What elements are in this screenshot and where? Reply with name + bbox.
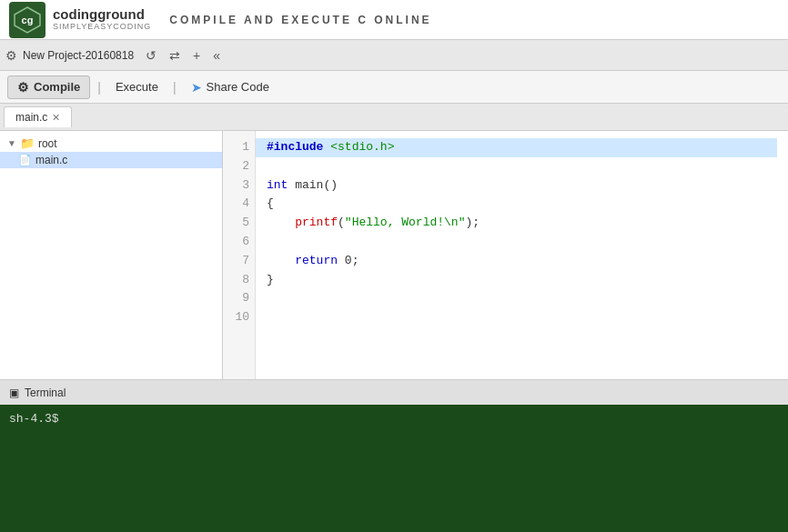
logo-area: cg codingground SIMPLYEASYCODING [9, 2, 151, 38]
folder-icon: 📁 [20, 136, 35, 150]
sync-button[interactable]: ⇄ [165, 45, 185, 65]
file-label: main.c [35, 154, 67, 166]
code-view[interactable]: 1 2 3 4 5 6 7 8 9 10 #include <stdio.h> … [223, 131, 788, 379]
app-layout: cg codingground SIMPLYEASYCODING COMPILE… [0, 0, 788, 532]
tree-root[interactable]: ▼ 📁 root [0, 135, 222, 152]
terminal-prompt: sh-4.3$ [9, 412, 59, 426]
terminal-header: ▣ Terminal [0, 379, 788, 405]
add-button[interactable]: + [188, 45, 205, 65]
code-editor[interactable]: #include <stdio.h> int main() { printf("… [256, 131, 788, 379]
line-numbers: 1 2 3 4 5 6 7 8 9 10 [223, 131, 256, 379]
tab-bar: main.c ✕ [0, 104, 788, 131]
gear-icon: ⚙ [5, 48, 17, 63]
tab-close-icon[interactable]: ✕ [52, 112, 60, 124]
terminal-label: Terminal [25, 386, 66, 399]
header: cg codingground SIMPLYEASYCODING COMPILE… [0, 0, 788, 40]
toolbar: ⚙ New Project-20160818 ↺ ⇄ + « [0, 40, 788, 71]
sep2: | [173, 80, 177, 95]
svg-text:cg: cg [22, 15, 34, 25]
header-title: COMPILE AND EXECUTE C ONLINE [169, 14, 431, 26]
tab-main-c[interactable]: main.c ✕ [4, 106, 72, 127]
collapse-button[interactable]: « [208, 45, 225, 65]
logo-text: codingground SIMPLYEASYCODING [53, 7, 151, 31]
editor-area: 1 2 3 4 5 6 7 8 9 10 #include <stdio.h> … [223, 131, 788, 379]
share-code-button[interactable]: ➤ Share Code [184, 76, 277, 98]
action-bar: ⚙ Compile | Execute | ➤ Share Code [0, 71, 788, 104]
tab-label: main.c [15, 111, 47, 124]
execute-label: Execute [116, 80, 158, 94]
logo-brand: codingground [53, 7, 151, 23]
terminal-body[interactable]: sh-4.3$ [0, 405, 788, 532]
logo-icon: cg [9, 2, 45, 38]
compile-button[interactable]: ⚙ Compile [7, 75, 90, 99]
sep1: | [97, 80, 101, 95]
refresh-button[interactable]: ↺ [141, 45, 161, 65]
tree-file-main-c[interactable]: 📄 main.c [0, 152, 222, 168]
share-icon: ➤ [191, 80, 202, 95]
terminal-icon: ▣ [9, 386, 19, 399]
compile-label: Compile [34, 80, 80, 94]
tree-toggle-icon: ▼ [7, 138, 16, 148]
project-name: New Project-20160818 [23, 49, 134, 62]
execute-button[interactable]: Execute [108, 76, 166, 97]
root-label: root [38, 137, 57, 150]
sidebar: ▼ 📁 root 📄 main.c [0, 131, 223, 379]
file-icon: 📄 [18, 154, 32, 166]
compile-icon: ⚙ [17, 80, 29, 95]
content-area: ▼ 📁 root 📄 main.c 1 2 3 4 5 6 7 8 [0, 131, 788, 379]
share-label: Share Code [207, 80, 269, 94]
logo-sub: SIMPLYEASYCODING [53, 23, 151, 32]
